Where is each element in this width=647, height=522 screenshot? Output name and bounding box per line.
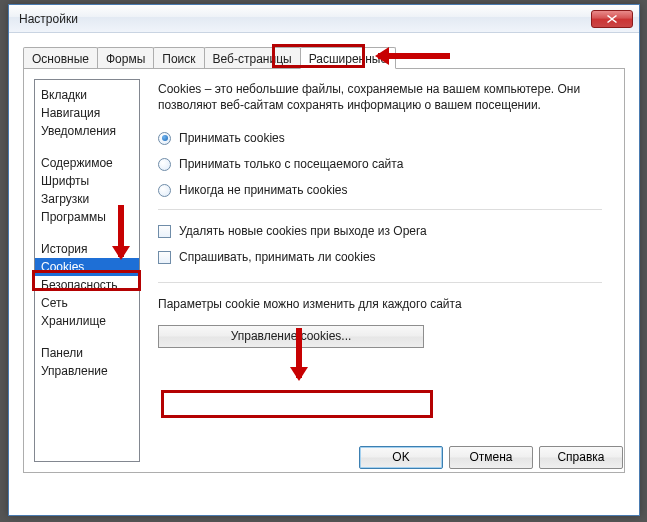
advanced-panel: Вкладки Навигация Уведомления Содержимое… [23,69,625,473]
tab-basic[interactable]: Основные [23,47,98,68]
cookies-description: Cookies – это небольшие файлы, сохраняем… [158,81,602,113]
separator [158,282,602,283]
separator [158,209,602,210]
window-title: Настройки [19,12,591,26]
sidebar-item-history[interactable]: История [35,240,139,258]
tab-search[interactable]: Поиск [153,47,204,68]
sidebar-item-security[interactable]: Безопасность [35,276,139,294]
dialog-buttons: OK Отмена Справка [359,446,623,469]
radio-label: Никогда не принимать cookies [179,183,348,197]
tab-label: Основные [32,52,89,66]
tab-advanced[interactable]: Расширенные [300,47,397,69]
sidebar-item-cookies[interactable]: Cookies [35,258,139,276]
tab-webpages[interactable]: Веб-страницы [204,47,301,68]
main-pane: Cookies – это небольшие файлы, сохраняем… [140,79,614,462]
content-area: Основные Формы Поиск Веб-страницы Расшир… [9,33,639,483]
tab-label: Веб-страницы [213,52,292,66]
help-button[interactable]: Справка [539,446,623,469]
tab-label: Расширенные [309,52,388,66]
radio-label: Принимать cookies [179,131,285,145]
sidebar-group: Панели Управление [35,344,139,380]
manage-cookies-button[interactable]: Управление cookies... [158,325,424,348]
sidebar-group: История Cookies Безопасность Сеть Хранил… [35,240,139,330]
tab-label: Формы [106,52,145,66]
sidebar-item-fonts[interactable]: Шрифты [35,172,139,190]
close-icon [607,15,617,23]
sidebar-item-management[interactable]: Управление [35,362,139,380]
sidebar-item-panels[interactable]: Панели [35,344,139,362]
radio-accept-cookies[interactable]: Принимать cookies [158,131,602,145]
sidebar-group: Вкладки Навигация Уведомления [35,86,139,140]
radio-never-accept[interactable]: Никогда не принимать cookies [158,183,602,197]
checkbox-icon [158,225,171,238]
ok-button[interactable]: OK [359,446,443,469]
radio-icon [158,184,171,197]
sidebar-group: Содержимое Шрифты Загрузки Программы [35,154,139,226]
checkbox-icon [158,251,171,264]
radio-icon [158,132,171,145]
close-button[interactable] [591,10,633,28]
cancel-button[interactable]: Отмена [449,446,533,469]
tabstrip: Основные Формы Поиск Веб-страницы Расшир… [23,47,625,69]
sidebar-item-programs[interactable]: Программы [35,208,139,226]
checkbox-label: Удалять новые cookies при выходе из Oper… [179,224,427,238]
sidebar-item-content[interactable]: Содержимое [35,154,139,172]
sidebar-item-tabs[interactable]: Вкладки [35,86,139,104]
sidebar-item-navigation[interactable]: Навигация [35,104,139,122]
tab-forms[interactable]: Формы [97,47,154,68]
radio-accept-visited[interactable]: Принимать только с посещаемого сайта [158,157,602,171]
per-site-note: Параметры cookie можно изменить для кажд… [158,297,602,311]
tab-label: Поиск [162,52,195,66]
settings-window: Настройки Основные Формы Поиск Веб-стран… [8,4,640,516]
radio-icon [158,158,171,171]
check-ask-accept[interactable]: Спрашивать, принимать ли cookies [158,250,602,264]
titlebar: Настройки [9,5,639,33]
sidebar-item-storage[interactable]: Хранилище [35,312,139,330]
check-delete-on-exit[interactable]: Удалять новые cookies при выходе из Oper… [158,224,602,238]
sidebar-item-downloads[interactable]: Загрузки [35,190,139,208]
sidebar: Вкладки Навигация Уведомления Содержимое… [34,79,140,462]
radio-label: Принимать только с посещаемого сайта [179,157,403,171]
checkbox-label: Спрашивать, принимать ли cookies [179,250,376,264]
sidebar-item-network[interactable]: Сеть [35,294,139,312]
sidebar-item-notifications[interactable]: Уведомления [35,122,139,140]
